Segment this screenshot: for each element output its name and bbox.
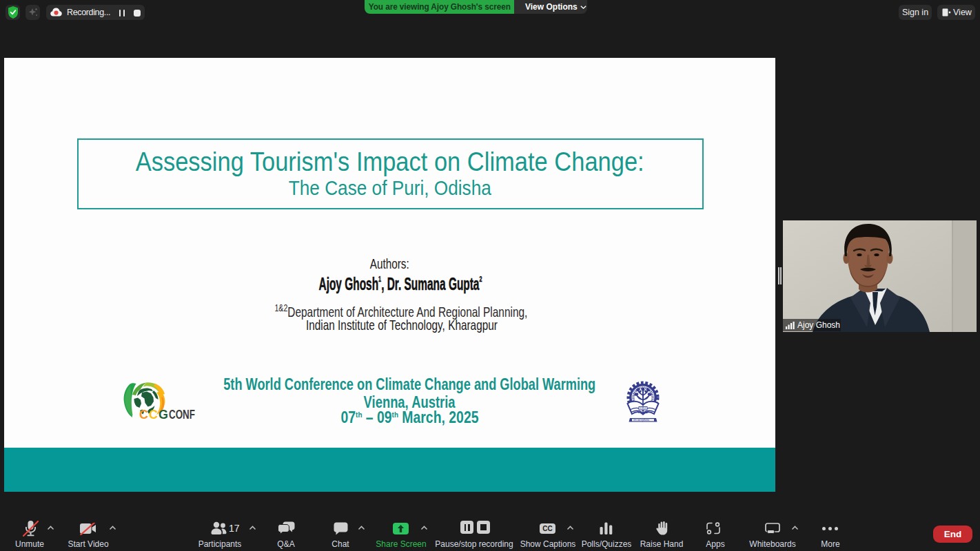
svg-text:1951: 1951	[640, 406, 646, 410]
svg-text:CONF: CONF	[169, 407, 195, 420]
svg-text:C: C	[149, 407, 158, 420]
svg-text:C: C	[139, 407, 148, 420]
svg-text:G: G	[159, 407, 168, 420]
